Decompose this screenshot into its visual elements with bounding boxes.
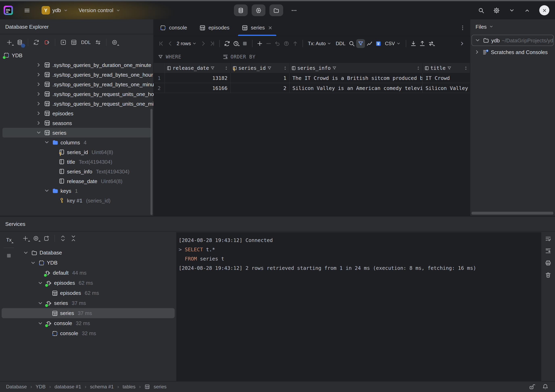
filter-panel-button[interactable] [356, 39, 365, 48]
add-datasource-button[interactable] [4, 37, 15, 48]
open-in-new-tab-button[interactable] [41, 233, 52, 244]
crumb-database-1[interactable]: database #1 [54, 384, 81, 390]
more-actions-button[interactable] [287, 4, 301, 16]
cell-release-date[interactable]: 16166 [165, 83, 231, 93]
close-tab-icon[interactable] [268, 25, 272, 30]
page-size-dropdown[interactable]: 2 rows [175, 41, 199, 46]
tree-item-table[interactable]: .sys/top_queries_by_read_bytes_one_minut… [0, 80, 153, 89]
filter-sort-row[interactable]: WHERE ORDER BY [154, 51, 470, 63]
tree-item-table-seasons[interactable]: seasons [0, 118, 153, 128]
tab-console[interactable]: console [154, 19, 193, 36]
console-output[interactable]: [2024-08-28 19:43:12] Connected > SELECT… [176, 232, 541, 381]
tab-options-kebab-icon[interactable] [460, 24, 466, 31]
where-label[interactable]: WHERE [166, 54, 181, 60]
select-opened-object-button[interactable] [93, 37, 103, 48]
crumb-database[interactable]: Database [6, 384, 27, 390]
tree-item-session-episodes[interactable]: episodes62 ms [0, 278, 176, 288]
clear-trash-icon[interactable] [545, 272, 551, 278]
ddl-button[interactable]: DDL [79, 37, 93, 48]
datasource-properties-button[interactable] [15, 37, 25, 48]
crumb-series[interactable]: series [154, 384, 167, 390]
crumb-schema-1[interactable]: schema #1 [90, 384, 114, 390]
cancel-changes-button[interactable] [282, 39, 291, 48]
view-options-button[interactable] [374, 39, 383, 48]
search-icon[interactable] [478, 7, 484, 14]
cell-title[interactable]: IT Crowd [423, 73, 470, 83]
tab-series[interactable]: series [235, 19, 278, 36]
tree-item-result-series-selected[interactable]: series37 ms [2, 308, 175, 318]
delete-row-button[interactable] [264, 39, 273, 48]
scroll-to-end-icon[interactable] [545, 248, 551, 254]
tree-item-ydb[interactable]: YDB [0, 258, 176, 268]
settings-gear-icon[interactable] [493, 7, 500, 14]
tree-item-database[interactable]: Database [0, 248, 176, 258]
files-tool-button[interactable] [270, 4, 283, 16]
vcs-widget[interactable]: Version control [79, 7, 121, 13]
database-tool-button[interactable] [234, 4, 248, 16]
cell-series-id[interactable]: 1 [231, 73, 290, 83]
chevron-up-icon[interactable] [524, 7, 530, 14]
run-button[interactable] [252, 4, 265, 16]
files-item-scratches[interactable]: Scratches and Consoles [472, 47, 554, 57]
tree-item-keys-group[interactable]: keys1 [0, 186, 153, 196]
view-options-button[interactable] [31, 233, 41, 244]
tx-mode-dropdown[interactable]: Tx: Auto [306, 41, 334, 46]
add-row-button[interactable] [256, 39, 264, 48]
cell-series-info[interactable]: The IT Crowd is a British sitcom produce… [290, 73, 423, 83]
chevron-down-icon[interactable] [509, 7, 515, 14]
print-icon[interactable] [545, 260, 551, 266]
tree-item-result-episodes[interactable]: episodes62 ms [0, 288, 176, 298]
find-button[interactable] [348, 39, 356, 48]
tree-item-table[interactable]: .sys/top_queries_by_request_units_one_mi… [0, 99, 153, 109]
tree-item-column-series-info[interactable]: series_infoText(4194304) [0, 167, 153, 176]
notifications-bell-icon[interactable] [542, 384, 548, 390]
export-button[interactable] [418, 39, 427, 48]
files-title[interactable]: Files [470, 19, 555, 34]
column-header-series-info[interactable]: series_info [290, 63, 423, 73]
grid-row-1[interactable]: 1 13182 1 The IT Crowd is a British sitc… [154, 73, 470, 83]
import-button[interactable] [409, 39, 418, 48]
grid-row-2[interactable]: 2 16166 2 Silicon Valley is an American … [154, 83, 470, 93]
previous-page-button[interactable] [166, 39, 175, 48]
tree-item-session-series[interactable]: series37 ms [0, 298, 176, 308]
tree-item-table[interactable]: .sys/top_queries_by_read_bytes_one_hour [0, 70, 153, 80]
revert-button[interactable] [273, 39, 282, 48]
lock-open-icon[interactable] [529, 384, 535, 390]
cell-release-date[interactable]: 13182 [165, 73, 231, 83]
explorer-scrollbar[interactable] [150, 109, 153, 215]
close-window-button[interactable] [539, 5, 549, 15]
expand-all-button[interactable] [58, 233, 68, 244]
soft-wrap-icon[interactable] [545, 236, 551, 242]
tree-item-table-series-selected[interactable]: series [2, 128, 151, 138]
more-toolbar-button[interactable] [458, 39, 467, 48]
project-widget[interactable]: Y ydb [42, 6, 68, 15]
crumb-tables[interactable]: tables [123, 384, 136, 390]
last-page-button[interactable] [208, 39, 217, 48]
view-options-button[interactable] [109, 37, 120, 48]
stop-button[interactable] [241, 39, 249, 48]
query-history-button[interactable] [232, 39, 241, 48]
tree-item-table-episodes[interactable]: episodes [0, 109, 153, 118]
tree-item-ydb-root[interactable]: YDB [0, 51, 153, 60]
reload-data-button[interactable] [223, 39, 232, 48]
tree-item-column-release-date[interactable]: release_dateUint64(8) [0, 176, 153, 186]
tree-item-session-default[interactable]: default44 ms [0, 268, 176, 278]
collapse-all-button[interactable] [68, 233, 79, 244]
cell-series-info[interactable]: Silicon Valley is an American comedy tel… [290, 83, 423, 93]
chart-button[interactable] [365, 39, 374, 48]
tree-item-columns-group[interactable]: columns4 [0, 138, 153, 147]
compare-button[interactable] [427, 39, 436, 48]
ddl-button[interactable]: DDL [334, 41, 348, 46]
tree-item-table[interactable]: .sys/top_queries_by_duration_one_minute [0, 60, 153, 70]
refresh-button[interactable] [31, 37, 42, 48]
first-page-button[interactable] [157, 39, 166, 48]
new-console-button[interactable] [58, 37, 69, 48]
add-button[interactable] [20, 233, 31, 244]
cell-title[interactable]: Silicon Valley [423, 83, 470, 93]
tree-item-table[interactable]: .sys/top_queries_by_request_units_one_ho… [0, 89, 153, 99]
corner-cell[interactable] [154, 63, 165, 73]
cell-series-id[interactable]: 2 [231, 83, 290, 93]
column-header-release-date[interactable]: release_date [165, 63, 231, 73]
next-page-button[interactable] [199, 39, 208, 48]
tree-item-column-series-id[interactable]: series_idUint64(8) [0, 147, 153, 157]
